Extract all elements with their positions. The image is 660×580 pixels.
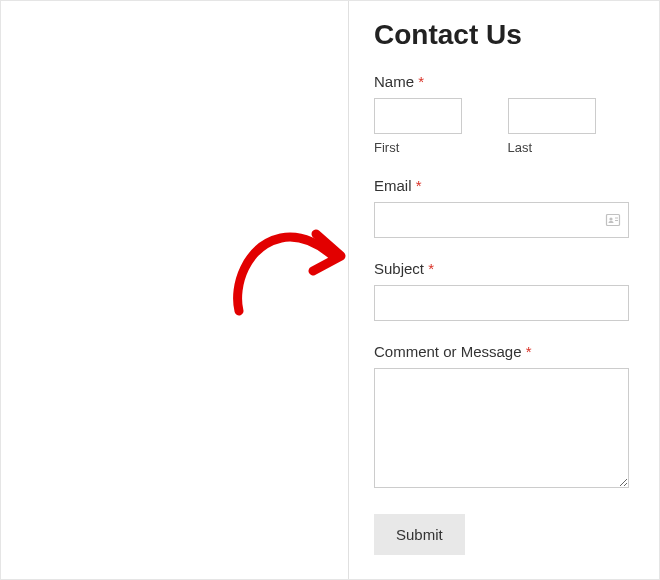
contact-card-icon — [605, 212, 621, 228]
last-name-sublabel: Last — [508, 140, 630, 155]
subject-input[interactable] — [374, 285, 629, 321]
name-field-group: Name * First Last — [374, 73, 629, 155]
subject-label: Subject * — [374, 260, 629, 277]
email-field-group: Email * — [374, 177, 629, 238]
last-name-input[interactable] — [508, 98, 596, 134]
submit-button[interactable]: Submit — [374, 514, 465, 555]
subject-label-text: Subject — [374, 260, 424, 277]
required-marker: * — [526, 343, 532, 360]
first-name-input[interactable] — [374, 98, 462, 134]
main-container: Contact Us Name * First Last Email — [0, 0, 660, 580]
name-label: Name * — [374, 73, 629, 90]
form-panel: Contact Us Name * First Last Email — [349, 1, 659, 579]
name-row: First Last — [374, 98, 629, 155]
name-label-text: Name — [374, 73, 414, 90]
email-input[interactable] — [374, 202, 629, 238]
required-marker: * — [428, 260, 434, 277]
comment-field-group: Comment or Message * — [374, 343, 629, 492]
required-marker: * — [418, 73, 424, 90]
comment-label-text: Comment or Message — [374, 343, 522, 360]
last-name-col: Last — [508, 98, 630, 155]
email-wrapper — [374, 202, 629, 238]
left-panel — [1, 1, 348, 579]
red-arrow-icon — [221, 216, 351, 326]
comment-textarea[interactable] — [374, 368, 629, 488]
first-name-col: First — [374, 98, 496, 155]
email-label-text: Email — [374, 177, 412, 194]
subject-field-group: Subject * — [374, 260, 629, 321]
email-label: Email * — [374, 177, 629, 194]
page-title: Contact Us — [374, 19, 629, 51]
svg-point-1 — [609, 217, 612, 220]
first-name-sublabel: First — [374, 140, 496, 155]
required-marker: * — [416, 177, 422, 194]
comment-label: Comment or Message * — [374, 343, 629, 360]
